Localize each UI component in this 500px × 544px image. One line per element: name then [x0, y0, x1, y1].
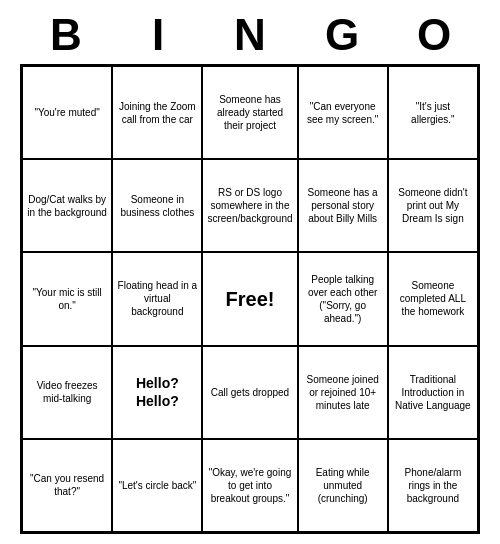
title-b: B	[22, 10, 110, 60]
bingo-cell-10[interactable]: Someone didn't print out My Dream Is sig…	[388, 159, 478, 252]
bingo-title: B I N G O	[20, 10, 480, 60]
title-o: O	[390, 10, 478, 60]
bingo-cell-14[interactable]: People talking over each other ("Sorry, …	[298, 252, 388, 345]
bingo-cell-24[interactable]: Eating while unmuted (crunching)	[298, 439, 388, 532]
bingo-cell-11[interactable]: "Your mic is still on."	[22, 252, 112, 345]
bingo-cell-5[interactable]: "It's just allergies."	[388, 66, 478, 159]
bingo-cell-18[interactable]: Call gets dropped	[202, 346, 297, 439]
bingo-cell-13[interactable]: Free!	[202, 252, 297, 345]
bingo-cell-20[interactable]: Traditional Introduction in Native Langu…	[388, 346, 478, 439]
bingo-cell-1[interactable]: "You're muted"	[22, 66, 112, 159]
bingo-cell-23[interactable]: "Okay, we're going to get into breakout …	[202, 439, 297, 532]
bingo-cell-15[interactable]: Someone completed ALL the homework	[388, 252, 478, 345]
title-i: I	[114, 10, 202, 60]
bingo-cell-7[interactable]: Someone in business clothes	[112, 159, 202, 252]
bingo-cell-17[interactable]: Hello? Hello?	[112, 346, 202, 439]
title-g: G	[298, 10, 386, 60]
bingo-cell-6[interactable]: Dog/Cat walks by in the background	[22, 159, 112, 252]
bingo-cell-8[interactable]: RS or DS logo somewhere in the screen/ba…	[202, 159, 297, 252]
title-n: N	[206, 10, 294, 60]
bingo-cell-9[interactable]: Someone has a personal story about Billy…	[298, 159, 388, 252]
bingo-cell-25[interactable]: Phone/alarm rings in the background	[388, 439, 478, 532]
bingo-cell-3[interactable]: Someone has already started their projec…	[202, 66, 297, 159]
bingo-cell-22[interactable]: "Let's circle back"	[112, 439, 202, 532]
bingo-grid: "You're muted"Joining the Zoom call from…	[20, 64, 480, 534]
bingo-cell-16[interactable]: Video freezes mid-talking	[22, 346, 112, 439]
bingo-cell-12[interactable]: Floating head in a virtual background	[112, 252, 202, 345]
bingo-cell-21[interactable]: "Can you resend that?"	[22, 439, 112, 532]
bingo-cell-19[interactable]: Someone joined or rejoined 10+ minutes l…	[298, 346, 388, 439]
bingo-cell-4[interactable]: "Can everyone see my screen."	[298, 66, 388, 159]
bingo-cell-2[interactable]: Joining the Zoom call from the car	[112, 66, 202, 159]
